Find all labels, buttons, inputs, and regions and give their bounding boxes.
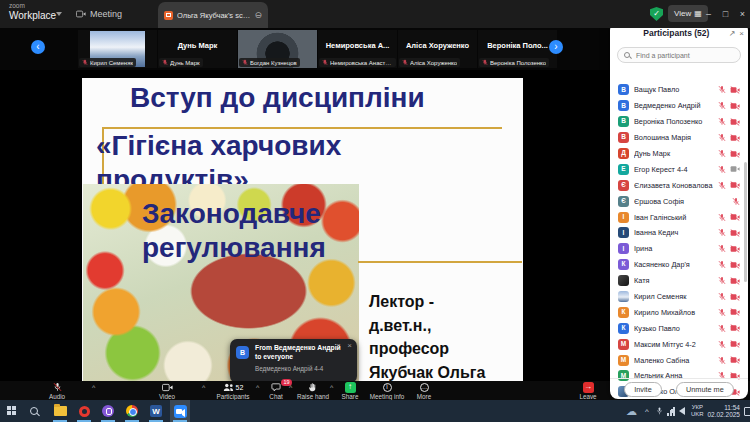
participant-label: Аліса Хоруженко bbox=[410, 60, 457, 66]
participant-avatar: І bbox=[618, 212, 629, 223]
scroll-left-button[interactable]: ‹ bbox=[31, 40, 45, 54]
search-input[interactable] bbox=[634, 51, 734, 60]
participant-row[interactable]: В Ващук Павло bbox=[610, 82, 748, 98]
clock[interactable]: 11:5402.02.2025 bbox=[704, 404, 740, 418]
popout-icon[interactable]: ↗ bbox=[729, 29, 736, 38]
audio-options-chevron[interactable]: ^ bbox=[92, 384, 95, 391]
muted-mic-icon bbox=[718, 117, 726, 126]
more-label: More bbox=[402, 393, 446, 400]
start-button[interactable] bbox=[2, 400, 22, 422]
participant-row[interactable]: М Максим Мітгус 4-2 bbox=[610, 336, 748, 352]
avatar-letter: І bbox=[623, 246, 625, 253]
muted-mic-icon bbox=[718, 244, 726, 253]
participant-row[interactable]: В Ведмеденко Андрій bbox=[610, 98, 748, 114]
participant-row[interactable]: Д Дунь Марк bbox=[610, 146, 748, 162]
lecturer-line1: Лектор - bbox=[369, 290, 485, 314]
participant-label: Немировська Анастасія Анд... bbox=[330, 60, 393, 66]
video-options-chevron[interactable]: ^ bbox=[202, 384, 205, 391]
participant-row[interactable]: К Кузько Павло bbox=[610, 320, 748, 336]
language-indicator[interactable]: УКРUKR bbox=[691, 404, 704, 418]
security-shield-icon[interactable]: ✓ bbox=[650, 7, 663, 21]
video-tile[interactable]: Дунь Марк Дунь Марк bbox=[158, 30, 237, 68]
word-button[interactable]: W bbox=[146, 400, 166, 422]
microphone-tray-icon[interactable] bbox=[656, 400, 663, 422]
participant-avatar: М bbox=[618, 339, 629, 350]
video-button[interactable]: Video bbox=[145, 382, 189, 400]
taskbar-search-button[interactable] bbox=[24, 400, 44, 422]
brand-dropdown-icon[interactable] bbox=[56, 12, 62, 16]
participant-avatar: В bbox=[618, 84, 629, 95]
onedrive-tray-icon[interactable]: ☁ bbox=[626, 400, 637, 422]
muted-mic-icon bbox=[718, 101, 726, 110]
opera-button[interactable] bbox=[74, 400, 94, 422]
file-explorer-button[interactable] bbox=[50, 400, 70, 422]
video-off-icon bbox=[730, 86, 740, 94]
participant-row[interactable]: І Іванна Кедич bbox=[610, 225, 748, 241]
participant-row[interactable]: Катя bbox=[610, 273, 748, 289]
invite-button[interactable]: Invite bbox=[624, 382, 661, 397]
chat-notification-sender: Ведмеденко Андрій 4-4 bbox=[255, 365, 351, 372]
viber-button[interactable] bbox=[98, 400, 118, 422]
participants-button[interactable]: 52 Participants bbox=[211, 382, 255, 400]
participant-name: Кирило Михайлов bbox=[634, 308, 718, 317]
scroll-right-button[interactable]: › bbox=[549, 40, 563, 54]
participant-avatar: В bbox=[618, 132, 629, 143]
participant-status-icons bbox=[718, 324, 740, 333]
muted-mic-icon bbox=[242, 59, 248, 66]
participant-name: Кирил Семеняк bbox=[634, 292, 718, 301]
audio-button[interactable]: Audio bbox=[35, 382, 79, 400]
unmute-me-button[interactable]: Unmute me bbox=[676, 382, 734, 397]
circled-minus-icon[interactable]: ⊖ bbox=[254, 10, 262, 20]
participant-name: Іван Галінський bbox=[634, 213, 718, 222]
volume-tray-icon[interactable] bbox=[679, 400, 685, 422]
video-off-icon bbox=[730, 324, 740, 332]
info-letter: i bbox=[386, 384, 387, 391]
video-tile[interactable]: Кирил Семеняк bbox=[78, 30, 157, 68]
video-off-icon bbox=[730, 277, 740, 285]
participant-row[interactable]: Є Єршова Софія bbox=[610, 193, 748, 209]
participant-avatar: К bbox=[618, 259, 629, 270]
participant-row[interactable]: К Кирило Михайлов bbox=[610, 304, 748, 320]
slide-title-line4: Законодавче bbox=[142, 200, 321, 228]
video-tile[interactable]: Немировська А... Немировська Анастасія А… bbox=[318, 30, 397, 68]
participant-label-chip: Кирил Семеняк bbox=[79, 58, 136, 67]
app-brand[interactable]: zoom Workplace bbox=[9, 3, 56, 21]
participant-status-icons bbox=[718, 276, 740, 285]
participant-row[interactable]: І Ірина bbox=[610, 241, 748, 257]
participant-row[interactable]: Є Єлизавета Коновалова bbox=[610, 177, 748, 193]
participant-row[interactable]: Е Егор Керест 4-4 bbox=[610, 161, 748, 177]
panel-scrollbar[interactable] bbox=[744, 162, 747, 282]
zoom-app-button[interactable] bbox=[170, 400, 190, 422]
video-tile[interactable]: Вероніка Поло... Вероніка Полозенко bbox=[478, 30, 557, 68]
maximize-button[interactable]: □ bbox=[717, 0, 734, 28]
video-label: Video bbox=[145, 393, 189, 400]
leave-button[interactable]: → Leave bbox=[566, 382, 610, 400]
tab-shared-screen[interactable]: Ольга Якубчак's screen ⊖ bbox=[158, 2, 268, 28]
video-tile[interactable]: Богдан Кузнецов bbox=[238, 30, 317, 68]
participant-row[interactable]: М Маленко Сабіна bbox=[610, 352, 748, 368]
participant-row[interactable]: В Волошина Марія bbox=[610, 130, 748, 146]
panel-close-icon[interactable]: × bbox=[739, 29, 744, 38]
muted-mic-icon bbox=[718, 133, 726, 142]
action-center-button[interactable] bbox=[744, 400, 750, 422]
muted-mic-icon bbox=[482, 59, 488, 66]
minimize-button[interactable]: – bbox=[700, 0, 717, 28]
participant-name: Егор Керест 4-4 bbox=[634, 165, 718, 174]
chat-icon bbox=[271, 383, 281, 392]
close-button[interactable]: × bbox=[734, 0, 750, 28]
participant-row[interactable]: І Іван Галінський bbox=[610, 209, 748, 225]
participant-row[interactable]: В Вероніка Полозенко bbox=[610, 114, 748, 130]
participant-row[interactable]: К Касяненко Дар'я bbox=[610, 257, 748, 273]
more-button[interactable]: … More bbox=[402, 382, 446, 400]
chrome-button[interactable] bbox=[122, 400, 142, 422]
show-hidden-icons-button[interactable]: ^ bbox=[645, 400, 649, 422]
participant-row[interactable]: Кирил Семеняк bbox=[610, 289, 748, 305]
participant-label-chip: Богдан Кузнецов bbox=[239, 58, 300, 67]
tab-meeting[interactable]: Meeting bbox=[70, 0, 128, 28]
close-icon[interactable]: × bbox=[347, 341, 352, 350]
slide-title-line2: «Гігієна харчових bbox=[96, 132, 341, 160]
chat-notification-popup[interactable]: В From Ведмеденко Андрій to everyone Вед… bbox=[230, 339, 357, 383]
participants-panel-footer: Invite Unmute me bbox=[610, 378, 748, 399]
video-tile[interactable]: Аліса Хоруженко Аліса Хоруженко bbox=[398, 30, 477, 68]
participant-search[interactable] bbox=[617, 47, 741, 63]
